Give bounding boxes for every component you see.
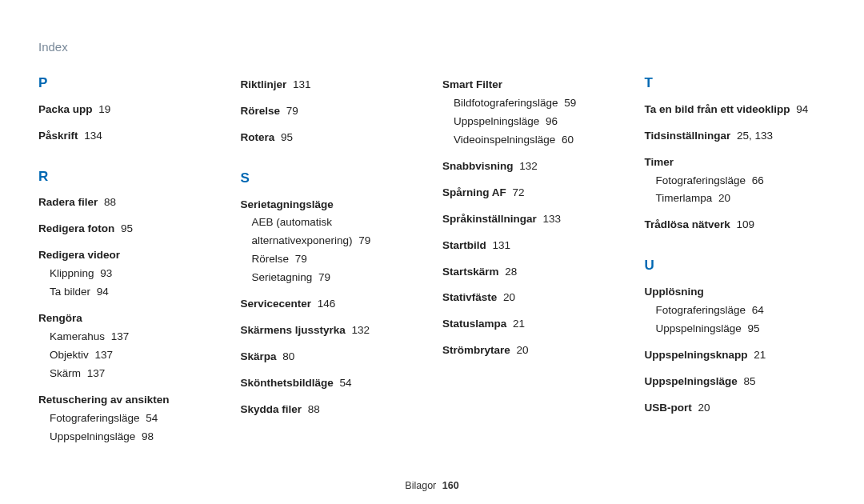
index-entry-group: Startskärm 28 <box>442 263 624 282</box>
index-entry[interactable]: Packa upp 19 <box>38 101 220 119</box>
index-entry-title: Språkinställningar <box>442 213 537 225</box>
index-subentry-pages: 96 <box>542 115 558 127</box>
index-entry[interactable]: Statuslampa 21 <box>442 315 624 334</box>
index-entry-group: Skydda filer 88 <box>241 401 422 419</box>
index-subentry[interactable]: Objektiv 137 <box>38 346 220 365</box>
index-entry-pages: 28 <box>502 266 518 278</box>
index-entry-group: Stativfäste 20 <box>442 289 624 307</box>
index-entry[interactable]: Uppspelningsläge 85 <box>645 373 826 391</box>
index-entry-pages: 21 <box>510 318 525 330</box>
index-entry-title: Upplösning <box>645 286 704 298</box>
index-entry[interactable]: Spårning AF 72 <box>442 184 624 202</box>
index-subentry-pages: 79 <box>356 234 371 246</box>
index-subentry[interactable]: Klippning 93 <box>38 265 220 283</box>
index-entry[interactable]: Skärmens ljusstyrka 132 <box>241 322 422 340</box>
index-letter: P <box>38 76 220 91</box>
index-entry-pages: 133 <box>540 213 561 225</box>
index-entry[interactable]: Stativfäste 20 <box>442 289 624 307</box>
index-entry[interactable]: Rotera 95 <box>241 129 422 147</box>
index-column: Riktlinjer 131Rörelse 79Rotera 95SSeriet… <box>241 76 422 454</box>
index-entry-title: Smart Filter <box>442 78 502 90</box>
index-entry-pages: 94 <box>794 103 809 115</box>
index-subentry[interactable]: Uppspelningsläge 98 <box>38 428 220 446</box>
index-entry[interactable]: Språkinställningar 133 <box>442 210 624 229</box>
index-entry[interactable]: Ta en bild från ett videoklipp 94 <box>645 101 826 119</box>
index-subentry[interactable]: Timerlampa 20 <box>645 190 826 208</box>
index-entry-pages: 132 <box>349 324 370 336</box>
index-entry[interactable]: Skönthetsbildläge 54 <box>241 374 422 393</box>
index-letter: R <box>38 170 220 185</box>
index-entry-group: Uppspelningsläge 85 <box>645 373 826 391</box>
index-entry-title: Timer <box>645 156 674 168</box>
index-entry-group: Smart FilterBildfotograferingsläge 59Upp… <box>442 76 624 150</box>
index-subentry-pages: 137 <box>108 330 129 342</box>
index-subentry[interactable]: AEB (automatisk alternativexponering) 79 <box>241 214 422 250</box>
index-columns: PPacka upp 19Påskrift 134RRadera filer 8… <box>38 76 826 454</box>
index-subentry[interactable]: Fotograferingsläge 54 <box>38 410 220 428</box>
index-entry-title: Packa upp <box>38 103 93 115</box>
index-entry-pages: 19 <box>96 103 111 115</box>
index-entry-group: UpplösningFotograferingsläge 64Uppspelni… <box>645 283 826 338</box>
index-subentry[interactable]: Kamerahus 137 <box>38 328 220 346</box>
index-subentry[interactable]: Fotograferingsläge 64 <box>645 302 826 320</box>
index-entry-group: Trådlösa nätverk 109 <box>645 216 826 234</box>
index-entry[interactable]: Skydda filer 88 <box>241 401 422 419</box>
index-entry-title: Uppspelningsknapp <box>645 349 748 361</box>
index-entry-title: Skärmens ljusstyrka <box>241 324 346 336</box>
index-entry[interactable]: Redigera foton 95 <box>38 220 220 238</box>
index-subentry-label: Bildfotograferingsläge <box>454 97 558 109</box>
index-entry-group: Packa upp 19 <box>38 101 220 119</box>
index-entry[interactable]: Startbild 131 <box>442 237 624 255</box>
index-subentry[interactable]: Bildfotograferingsläge 59 <box>442 94 624 113</box>
index-subentry[interactable]: Skärm 137 <box>38 365 220 383</box>
index-entry-title: Redigera videor <box>38 249 120 261</box>
index-entry[interactable]: Servicecenter 146 <box>241 295 422 314</box>
index-entry-pages: 88 <box>101 196 116 208</box>
index-entry[interactable]: Påskrift 134 <box>38 127 220 146</box>
index-subentry[interactable]: Uppspelningsläge 95 <box>645 320 826 338</box>
index-entry[interactable]: Rengöra <box>38 310 220 328</box>
index-subentry[interactable]: Serietagning 79 <box>241 269 422 287</box>
index-subentry[interactable]: Rörelse 79 <box>241 250 422 269</box>
index-entry[interactable]: Smart Filter <box>442 76 624 94</box>
index-subentry-pages: 54 <box>143 412 158 424</box>
index-entry[interactable]: Trådlösa nätverk 109 <box>645 216 826 234</box>
index-subentry[interactable]: Videoinspelningsläge 60 <box>442 131 624 150</box>
index-entry[interactable]: Radera filer 88 <box>38 194 220 212</box>
index-entry[interactable]: Uppspelningsknapp 21 <box>645 346 826 365</box>
index-subentry-label: Skärm <box>50 367 81 379</box>
index-subentry[interactable]: Ta bilder 94 <box>38 283 220 302</box>
index-subentry[interactable]: Fotograferingsläge 66 <box>645 172 826 190</box>
index-entry[interactable]: Timer <box>645 154 826 172</box>
index-entry[interactable]: Startskärm 28 <box>442 263 624 282</box>
index-entry-group: Strömbrytare 20 <box>442 342 624 360</box>
index-entry-title: Statuslampa <box>442 318 506 330</box>
index-entry[interactable]: Rörelse 79 <box>241 102 422 121</box>
index-subentry-pages: 98 <box>138 430 154 442</box>
index-entry-title: Servicecenter <box>241 298 312 310</box>
index-entry[interactable]: Strömbrytare 20 <box>442 342 624 360</box>
index-letter: U <box>645 258 826 274</box>
index-entry[interactable]: Snabbvisning 132 <box>442 158 624 176</box>
index-subentry-label: Klippning <box>50 267 94 279</box>
index-entry[interactable]: USB-port 20 <box>645 399 826 418</box>
index-entry[interactable]: Skärpa 80 <box>241 348 422 366</box>
index-entry-pages: 80 <box>280 350 295 362</box>
index-subentry-label: Ta bilder <box>50 286 90 298</box>
index-entry[interactable]: Riktlinjer 131 <box>241 76 422 94</box>
index-entry[interactable]: Upplösning <box>645 283 826 302</box>
index-entry-group: Spårning AF 72 <box>442 184 624 202</box>
index-entry[interactable]: Serietagningsläge <box>241 196 422 214</box>
index-entry-pages: 21 <box>751 349 766 361</box>
index-subentry-pages: 20 <box>715 192 730 204</box>
index-entry[interactable]: Redigera videor <box>38 246 220 265</box>
index-entry-group: Redigera foton 95 <box>38 220 220 238</box>
index-entry-group: Retuschering av ansiktenFotograferingslä… <box>38 391 220 446</box>
index-subentry-pages: 93 <box>98 267 113 279</box>
index-entry-group: Servicecenter 146 <box>241 295 422 314</box>
index-column: PPacka upp 19Påskrift 134RRadera filer 8… <box>38 76 220 454</box>
index-entry-pages: 85 <box>741 375 756 387</box>
index-entry[interactable]: Tidsinställningar 25, 133 <box>645 127 826 146</box>
index-entry[interactable]: Retuschering av ansikten <box>38 391 220 410</box>
index-subentry[interactable]: Uppspelningsläge 96 <box>442 113 624 131</box>
